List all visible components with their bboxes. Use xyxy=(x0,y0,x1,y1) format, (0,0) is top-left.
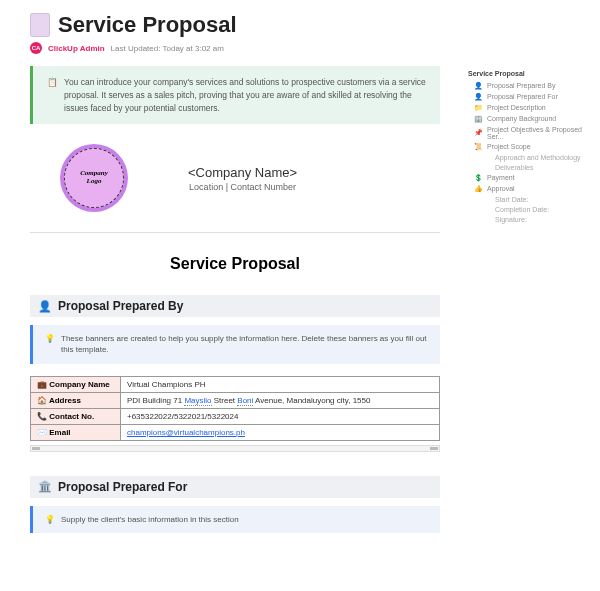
outline-item[interactable]: 👤Proposal Prepared For xyxy=(468,91,596,102)
outline-item[interactable]: 👍Approval xyxy=(468,183,596,194)
outline-item-icon: 📜 xyxy=(474,143,483,151)
tip-text: Supply the client's basic information in… xyxy=(61,514,239,525)
outline-item-icon: 👤 xyxy=(474,93,483,101)
outline-item-icon: 📌 xyxy=(474,129,483,137)
document-icon xyxy=(30,13,50,37)
outline-item-icon: 👍 xyxy=(474,185,483,193)
outline-item-icon: 💲 xyxy=(474,174,483,182)
outline-item-label: Approach and Methodology xyxy=(495,154,581,161)
intro-text: You can introduce your company's service… xyxy=(64,76,426,114)
outline-item-icon: 👤 xyxy=(474,82,483,90)
divider xyxy=(30,232,440,233)
section-heading: Proposal Prepared By xyxy=(58,299,183,313)
document-title: Service Proposal xyxy=(30,255,440,273)
mail-icon: ✉️ xyxy=(37,428,47,437)
author-avatar[interactable]: CA xyxy=(30,42,42,54)
outline-item[interactable]: 📌Project Objectives & Proposed Ser... xyxy=(468,124,596,141)
outline-item-label: Proposal Prepared By xyxy=(487,82,555,89)
outline-item-label: Start Date: xyxy=(495,196,528,203)
outline-item-label: Approval xyxy=(487,185,515,192)
outline-item-icon: 📁 xyxy=(474,104,483,112)
table-row: ✉️ Email champions@virtualchampions.ph xyxy=(31,424,440,440)
outline-item-label: Project Scope xyxy=(487,143,531,150)
tip-text: These banners are created to help you su… xyxy=(61,333,428,355)
tip-banner-prepared-by: 💡 These banners are created to help you … xyxy=(30,325,440,363)
outline-item[interactable]: 👤Proposal Prepared By xyxy=(468,80,596,91)
tip-banner-prepared-for: 💡 Supply the client's basic information … xyxy=(30,506,440,533)
document-main: Service Proposal CA ClickUp Admin Last U… xyxy=(0,0,460,591)
section-heading: Proposal Prepared For xyxy=(58,480,187,494)
outline-item[interactable]: Start Date: xyxy=(468,194,596,204)
person-icon: 👤 xyxy=(38,300,52,313)
page-title: Service Proposal xyxy=(58,12,237,38)
company-info: <Company Name> Location | Contact Number xyxy=(188,165,297,192)
address-value[interactable]: PDI Building 71 Mayslio Street Boni Aven… xyxy=(121,392,440,408)
outline-item[interactable]: Approach and Methodology xyxy=(468,152,596,162)
meta-row: CA ClickUp Admin Last Updated: Today at … xyxy=(30,42,440,54)
company-row: CompanyLogo <Company Name> Location | Co… xyxy=(30,144,440,212)
email-value[interactable]: champions@virtualchampions.ph xyxy=(121,424,440,440)
outline-title[interactable]: Service Proposal xyxy=(468,70,596,77)
contact-value[interactable]: +635322022/5322021/5322024 xyxy=(121,408,440,424)
outline-item[interactable]: 💲Payment xyxy=(468,172,596,183)
outline-item[interactable]: 🏢Company Background xyxy=(468,113,596,124)
outline-item[interactable]: Completion Date: xyxy=(468,204,596,214)
outline-item-label: Proposal Prepared For xyxy=(487,93,558,100)
outline-item-label: Payment xyxy=(487,174,515,181)
outline-item-label: Deliverables xyxy=(495,164,534,171)
building-icon: 🏛️ xyxy=(38,480,52,493)
last-updated: Last Updated: Today at 3:02 am xyxy=(111,44,224,53)
outline-item-label: Signature: xyxy=(495,216,527,223)
phone-icon: 📞 xyxy=(37,412,47,421)
section-header-prepared-for: 🏛️ Proposal Prepared For xyxy=(30,476,440,498)
outline-item-label: Company Background xyxy=(487,115,556,122)
outline-item-label: Project Description xyxy=(487,104,546,111)
outline-item-icon: 🏢 xyxy=(474,115,483,123)
company-name-value[interactable]: Virtual Champions PH xyxy=(121,376,440,392)
horizontal-scrollbar[interactable] xyxy=(30,445,440,452)
table-row: 💼 Company Name Virtual Champions PH xyxy=(31,376,440,392)
outline-item[interactable]: Deliverables xyxy=(468,162,596,172)
author-name[interactable]: ClickUp Admin xyxy=(48,44,105,53)
company-location-placeholder[interactable]: Location | Contact Number xyxy=(188,182,297,192)
table-row: 📞 Contact No. +635322022/5322021/5322024 xyxy=(31,408,440,424)
home-icon: 🏠 xyxy=(37,396,47,405)
logo-text: CompanyLogo xyxy=(80,171,108,186)
bulb-icon: 💡 xyxy=(45,514,55,525)
company-logo-badge: CompanyLogo xyxy=(60,144,128,212)
section-header-prepared-by: 👤 Proposal Prepared By xyxy=(30,295,440,317)
table-row: 🏠 Address PDI Building 71 Mayslio Street… xyxy=(31,392,440,408)
briefcase-icon: 💼 xyxy=(37,380,47,389)
outline-item[interactable]: 📜Project Scope xyxy=(468,141,596,152)
title-row: Service Proposal xyxy=(30,12,440,38)
outline-item-label: Project Objectives & Proposed Ser... xyxy=(487,126,596,140)
bulb-icon: 💡 xyxy=(45,333,55,355)
outline-sidebar: Service Proposal 👤Proposal Prepared By👤P… xyxy=(468,70,596,224)
company-name-placeholder[interactable]: <Company Name> xyxy=(188,165,297,180)
outline-item[interactable]: 📁Project Description xyxy=(468,102,596,113)
note-icon: 📋 xyxy=(47,76,58,114)
outline-item-label: Completion Date: xyxy=(495,206,549,213)
outline-item[interactable]: Signature: xyxy=(468,214,596,224)
prepared-by-table: 💼 Company Name Virtual Champions PH 🏠 Ad… xyxy=(30,376,440,441)
intro-banner: 📋 You can introduce your company's servi… xyxy=(30,66,440,124)
